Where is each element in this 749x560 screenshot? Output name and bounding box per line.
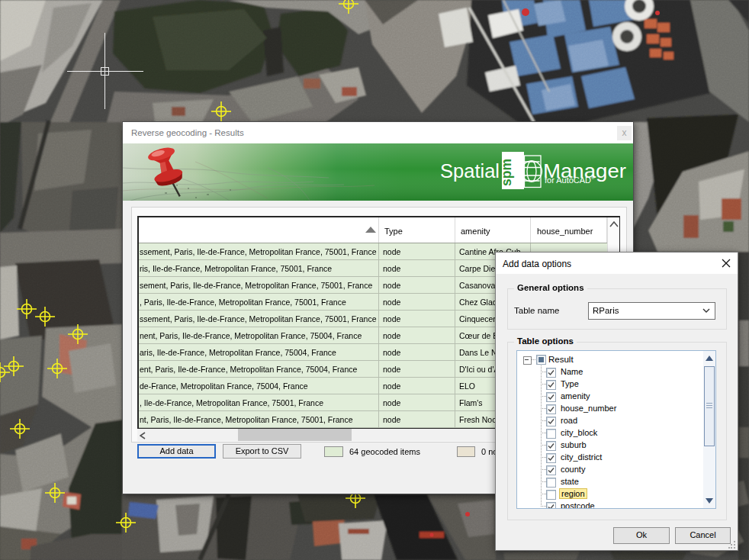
- svg-text:for AutoCAD: for AutoCAD: [545, 175, 591, 185]
- svg-text:spm: spm: [499, 159, 514, 186]
- svg-text:®: ®: [591, 175, 595, 180]
- svg-text:Spatial: Spatial: [440, 159, 500, 182]
